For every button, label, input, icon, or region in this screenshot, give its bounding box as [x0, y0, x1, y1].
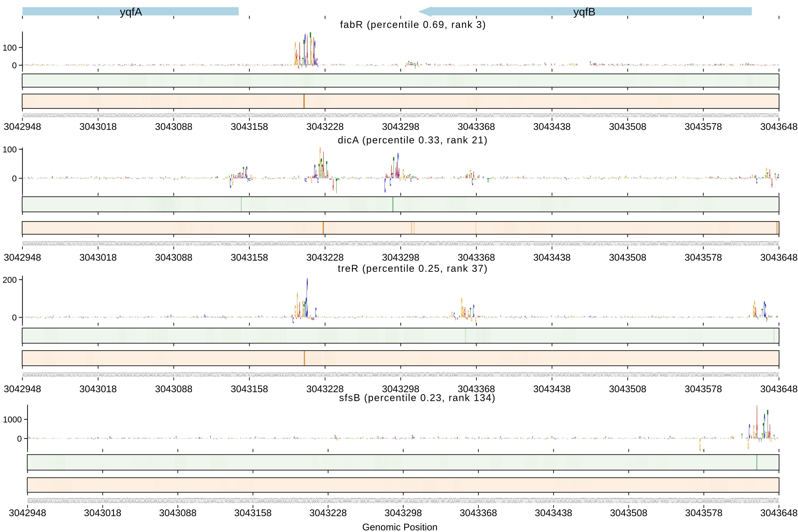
svg-text:C: C	[313, 317, 315, 321]
svg-text:A: A	[755, 304, 756, 320]
svg-text:T: T	[767, 171, 768, 180]
svg-text:3043438: 3043438	[533, 252, 571, 263]
svg-text:C: C	[778, 173, 779, 179]
svg-text:T: T	[243, 164, 244, 182]
svg-text:A: A	[648, 437, 649, 439]
svg-text:G: G	[771, 315, 773, 318]
svg-text:G: G	[177, 178, 178, 180]
svg-text:T: T	[176, 436, 177, 439]
svg-text:T: T	[488, 177, 490, 184]
svg-text:3043438: 3043438	[535, 508, 572, 518]
svg-text:3043578: 3043578	[685, 508, 722, 518]
svg-text:C: C	[756, 176, 758, 185]
svg-text:T: T	[757, 317, 759, 321]
svg-text:0: 0	[12, 61, 17, 70]
svg-text:A: A	[467, 173, 468, 179]
svg-text:G: G	[397, 65, 399, 67]
svg-text:T: T	[478, 175, 480, 179]
svg-text:C: C	[205, 315, 206, 318]
svg-text:A: A	[546, 64, 547, 65]
svg-text:A: A	[307, 25, 308, 75]
svg-text:T: T	[415, 64, 416, 70]
svg-text:C: C	[473, 301, 474, 321]
svg-text:3042948: 3042948	[4, 121, 41, 132]
svg-text:T: T	[741, 433, 742, 440]
svg-text:3043018: 3043018	[79, 121, 117, 132]
svg-text:A: A	[604, 64, 605, 65]
svg-text:3043018: 3043018	[84, 508, 121, 518]
svg-text:0: 0	[12, 313, 17, 322]
svg-text:C: C	[483, 176, 484, 179]
svg-text:A: A	[360, 437, 361, 439]
svg-text:3043298: 3043298	[385, 508, 422, 518]
svg-text:3043578: 3043578	[685, 252, 722, 263]
svg-text:3043298: 3043298	[382, 252, 419, 263]
svg-text:treR (percentile 0.25, rank 37: treR (percentile 0.25, rank 37)	[338, 263, 488, 274]
svg-text:G: G	[227, 176, 228, 178]
svg-text:3043438: 3043438	[533, 121, 571, 132]
svg-text:AGCGAGGAACAGCAGGATCATACTGCCGCC: AGCGAGGAACAGCAGGATCATACTGCCGCCATAGAGGCTG…	[22, 112, 779, 118]
svg-text:3043088: 3043088	[155, 383, 192, 394]
svg-text:Genomic Position: Genomic Position	[362, 522, 438, 532]
svg-text:3042948: 3042948	[4, 383, 41, 394]
svg-text:3043648: 3043648	[760, 252, 798, 263]
svg-text:A: A	[299, 35, 300, 72]
svg-text:G: G	[404, 438, 405, 439]
svg-text:G: G	[481, 315, 483, 318]
svg-text:0: 0	[12, 174, 17, 183]
svg-text:C: C	[777, 437, 778, 439]
svg-text:3043578: 3043578	[685, 121, 722, 132]
svg-text:100: 100	[3, 145, 17, 154]
svg-text:C: C	[292, 316, 294, 325]
svg-text:C: C	[764, 406, 765, 446]
svg-text:T: T	[107, 438, 108, 440]
svg-text:T: T	[336, 174, 337, 197]
svg-text:A: A	[772, 175, 773, 191]
svg-text:T: T	[605, 436, 606, 439]
svg-text:3043508: 3043508	[610, 508, 647, 518]
svg-text:AGCGAGGAACAGCAGGATCATACTGCCGCC: AGCGAGGAACAGCAGGATCATACTGCCGCCATAGAGGCTG…	[22, 371, 779, 378]
svg-text:A: A	[757, 395, 758, 449]
svg-text:C: C	[777, 315, 778, 318]
svg-text:C: C	[315, 305, 317, 321]
svg-text:C: C	[749, 420, 750, 443]
svg-text:T: T	[455, 317, 456, 321]
svg-text:G: G	[775, 438, 776, 440]
svg-text:3043508: 3043508	[609, 252, 646, 263]
svg-text:1000: 1000	[3, 415, 22, 424]
svg-text:3043648: 3043648	[760, 508, 798, 518]
svg-text:A: A	[217, 175, 218, 179]
svg-text:3043298: 3043298	[382, 121, 419, 132]
svg-text:3043018: 3043018	[79, 383, 117, 394]
svg-text:T: T	[759, 314, 761, 318]
svg-text:3043088: 3043088	[155, 121, 192, 132]
svg-text:C: C	[629, 64, 630, 65]
svg-text:yqfA: yqfA	[120, 5, 142, 18]
svg-text:G: G	[545, 438, 546, 440]
svg-text:3043368: 3043368	[460, 508, 497, 518]
svg-text:T: T	[414, 437, 415, 439]
svg-text:T: T	[479, 316, 481, 318]
svg-text:C: C	[763, 177, 764, 178]
svg-text:3043088: 3043088	[155, 252, 192, 263]
svg-text:C: C	[523, 175, 524, 179]
svg-text:3043508: 3043508	[609, 121, 646, 132]
svg-text:sfsB (percentile 0.23, rank 13: sfsB (percentile 0.23, rank 134)	[339, 392, 496, 403]
svg-text:AGCGAGGAACAGCAGGATCATACTGCCGCC: AGCGAGGAACAGCAGGATCATACTGCCGCCATAGAGGCTG…	[22, 240, 779, 247]
svg-text:3043018: 3043018	[79, 252, 117, 263]
svg-text:A: A	[733, 437, 734, 439]
svg-text:3043648: 3043648	[760, 121, 798, 132]
svg-text:G: G	[577, 64, 578, 65]
svg-text:T: T	[759, 178, 761, 179]
svg-text:G: G	[362, 436, 363, 439]
svg-text:T: T	[762, 306, 763, 320]
svg-text:3043508: 3043508	[609, 383, 646, 394]
svg-text:C: C	[170, 314, 172, 318]
svg-text:T: T	[255, 436, 256, 439]
svg-text:G: G	[401, 176, 402, 178]
svg-text:T: T	[704, 436, 705, 439]
svg-text:G: G	[452, 310, 453, 319]
svg-text:G: G	[752, 174, 753, 179]
svg-text:fabR (percentile 0.69, rank 3): fabR (percentile 0.69, rank 3)	[340, 19, 486, 30]
svg-text:C: C	[459, 315, 460, 318]
